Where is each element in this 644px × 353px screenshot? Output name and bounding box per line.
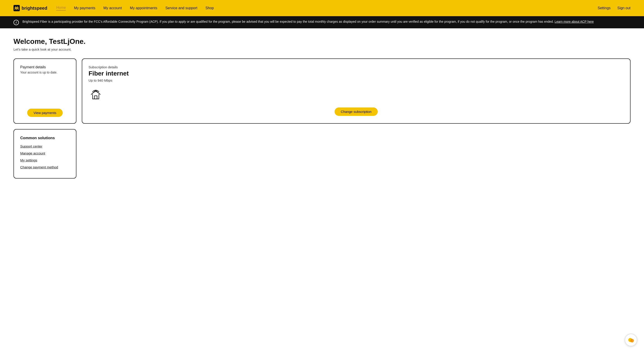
payment-card: Payment details Your account is up to da… bbox=[14, 59, 76, 124]
header: brightspeed Home My payments My account … bbox=[0, 0, 644, 16]
common-solutions-card: Common solutions Support center Manage a… bbox=[14, 129, 76, 179]
main-content: Welcome, TestLjOne. Let's take a quick l… bbox=[0, 28, 644, 197]
info-icon: i bbox=[14, 20, 19, 25]
solutions-link-support-center[interactable]: Support center bbox=[20, 144, 70, 148]
solutions-link-manage-account[interactable]: Manage account bbox=[20, 151, 70, 155]
subscription-product-name: Fiber internet bbox=[88, 70, 624, 77]
svg-rect-1 bbox=[94, 96, 97, 99]
payment-card-title: Payment details bbox=[20, 65, 70, 69]
welcome-title: Welcome, TestLjOne. bbox=[14, 37, 630, 46]
header-left: brightspeed Home My payments My account … bbox=[14, 5, 214, 11]
nav-my-account[interactable]: My account bbox=[103, 6, 122, 10]
nav-service-support[interactable]: Service and support bbox=[166, 6, 197, 10]
house-icon-wrap bbox=[88, 87, 624, 102]
subscription-card-title: Subscription details bbox=[88, 65, 624, 69]
welcome-subtitle: Let's take a quick look at your account. bbox=[14, 48, 630, 51]
payment-card-content: Payment details Your account is up to da… bbox=[20, 65, 70, 81]
subscription-speed: Up to 940 Mbps bbox=[88, 79, 624, 82]
logo-text: brightspeed bbox=[22, 6, 47, 11]
solutions-title: Common solutions bbox=[20, 136, 70, 140]
solutions-link-change-payment[interactable]: Change payment method bbox=[20, 165, 70, 169]
banner-text: Brightspeed Fiber is a participating pro… bbox=[22, 19, 594, 24]
main-nav: Home My payments My account My appointme… bbox=[56, 6, 214, 11]
payment-card-subtitle: Your account is up to date. bbox=[20, 71, 70, 74]
signout-link[interactable]: Sign out bbox=[617, 6, 630, 10]
header-right: Settings Sign out bbox=[598, 6, 630, 10]
solutions-link-my-settings[interactable]: My settings bbox=[20, 158, 70, 162]
house-wifi-icon bbox=[88, 87, 103, 101]
payment-card-actions: View payments bbox=[20, 109, 70, 117]
subscription-card: Subscription details Fiber internet Up t… bbox=[82, 59, 630, 124]
solutions-links: Support center Manage account My setting… bbox=[20, 144, 70, 169]
nav-my-payments[interactable]: My payments bbox=[74, 6, 95, 10]
nav-shop[interactable]: Shop bbox=[206, 6, 214, 10]
settings-link[interactable]: Settings bbox=[598, 6, 610, 10]
acp-banner: i Brightspeed Fiber is a participating p… bbox=[0, 16, 644, 28]
view-payments-button[interactable]: View payments bbox=[27, 109, 62, 117]
subscription-card-actions: Change subscription bbox=[88, 108, 624, 116]
nav-home[interactable]: Home bbox=[56, 6, 66, 11]
nav-my-appointments[interactable]: My appointments bbox=[130, 6, 157, 10]
change-subscription-button[interactable]: Change subscription bbox=[334, 108, 378, 116]
acp-learn-more-link[interactable]: Learn more about ACP here bbox=[554, 20, 594, 23]
cards-row-bottom: Common solutions Support center Manage a… bbox=[14, 129, 630, 179]
logo-icon bbox=[14, 5, 20, 11]
logo: brightspeed bbox=[14, 5, 47, 11]
cards-row-top: Payment details Your account is up to da… bbox=[14, 59, 630, 124]
